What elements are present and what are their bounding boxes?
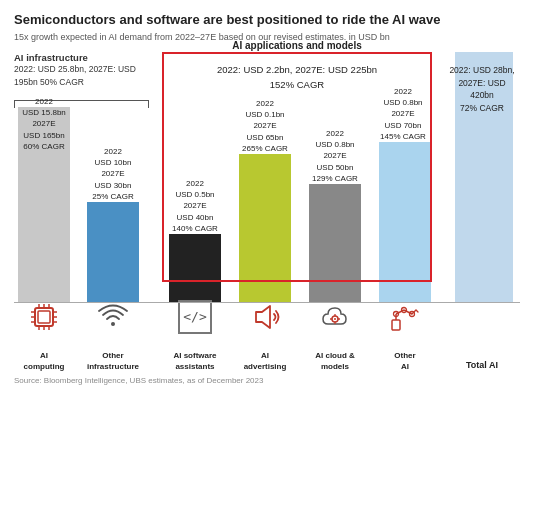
other-infra-icon-area [82,300,144,334]
svg-marker-15 [256,306,270,328]
ai-infra-bracket-right [148,100,149,108]
ai-computing-icon-area [14,300,74,334]
ai-software-label: AI softwareassistants [162,351,228,372]
baseline [14,302,520,303]
ai-cloud-icon-area [304,300,366,334]
cloud-gear-icon [318,300,352,334]
ai-computing-label: AIcomputing [12,351,76,372]
source-text: Source: Bloomberg Intelligence, UBS esti… [14,376,545,385]
code-icon: </> [178,300,212,334]
red-box-stats: 2022: USD 2.2bn, 2027E: USD 225bn152% CA… [164,54,430,92]
other-infra-label: Otherinfrastructure [80,351,146,372]
svg-rect-1 [38,311,50,323]
other-infra-stats: 2022USD 10bn2027EUSD 30bn25% CAGR [82,146,144,202]
svg-point-17 [334,318,336,320]
svg-point-14 [111,322,115,326]
svg-rect-22 [392,320,400,330]
other-infra-bar [87,202,139,302]
chip-icon [27,300,61,334]
ai-infrastructure-label: AI infrastructure 2022: USD 25.8bn, 2027… [14,52,149,89]
total-ai-stats: 2022: USD 28bn,2027E: USD 420bn72% CAGR [446,64,518,115]
total-ai-label: Total AI [446,360,518,372]
ai-advertising-label: AIadvertising [232,351,298,372]
wifi-icon [96,300,130,334]
ai-software-icon-area: </> [164,300,226,334]
other-infra-col [82,202,144,302]
ai-cloud-label: AI cloud &models [302,351,368,372]
red-box-label: AI applications and models [226,40,367,51]
other-ai-icon-area [374,300,436,334]
ai-infrastructure-stats: 2022: USD 25.8bn, 2027E: USD 195bn 50% C… [14,64,136,87]
megaphone-icon [248,300,282,334]
ai-computing-stats: 2022USD 15.8bn2027EUSD 165bn60% CAGR [14,96,74,152]
red-box: AI applications and models 2022: USD 2.2… [162,52,432,282]
other-ai-label: OtherAI [372,351,438,372]
ai-advertising-icon-area [234,300,296,334]
robot-arm-icon [388,300,422,334]
main-title: Semiconductors and software are best pos… [14,12,545,29]
